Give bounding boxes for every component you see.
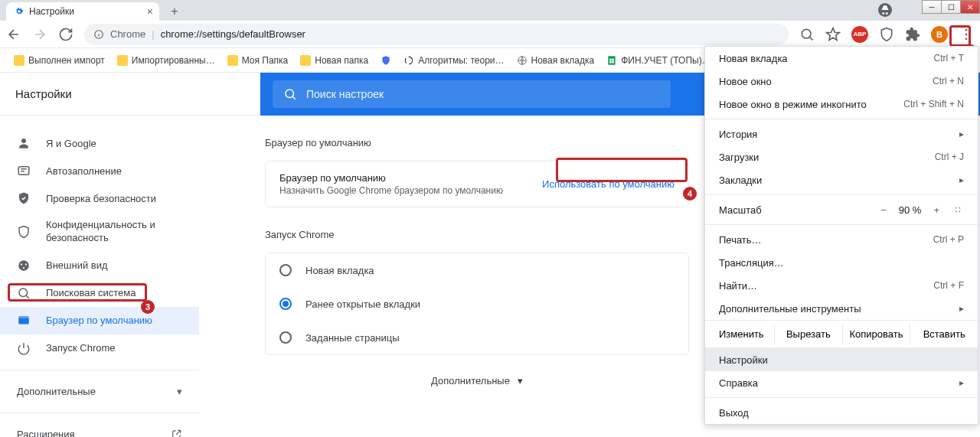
menu-bookmarks[interactable]: Закладки▸	[705, 168, 978, 191]
tab-close-icon[interactable]: ×	[147, 5, 153, 18]
zoom-out-button[interactable]: −	[877, 204, 890, 216]
new-tab-button[interactable]: +	[165, 2, 184, 21]
maximize-button[interactable]: ☐	[941, 0, 961, 14]
svg-rect-18	[18, 316, 29, 318]
spinner-icon	[403, 55, 414, 66]
more-settings-link[interactable]: Дополнительные▾	[265, 375, 689, 386]
menu-settings[interactable]: Настройки	[705, 348, 978, 371]
bookmark-item[interactable]: ФИН.УЧЕТ (ТОПы)…	[602, 52, 715, 69]
bookmark-item[interactable]: Новая папка	[296, 52, 373, 69]
sidebar-item-google[interactable]: Я и Google	[0, 129, 199, 157]
sidebar-item-autofill[interactable]: Автозаполнение	[0, 157, 199, 184]
address-url: chrome://settings/defaultBrowser	[161, 28, 305, 40]
info-icon	[93, 29, 104, 40]
sidebar-extensions[interactable]: Расширения	[0, 421, 199, 437]
card-subtitle: Назначить Google Chrome браузером по умо…	[279, 185, 503, 196]
sidebar-item-privacy[interactable]: Конфиденциальность и безопасность	[0, 212, 199, 252]
shield-extension-icon[interactable]	[879, 27, 894, 42]
card-title: Браузер по умолчанию	[279, 172, 503, 184]
chevron-right-icon: ▸	[959, 377, 964, 388]
menu-cut[interactable]: Вырезать	[774, 324, 842, 344]
tab-settings[interactable]: Настройки ×	[6, 2, 159, 21]
bookmark-star-icon[interactable]	[825, 27, 841, 42]
back-icon[interactable]	[6, 27, 21, 42]
sidebar: Я и Google Автозаполнение Проверка безоп…	[0, 116, 199, 437]
radio-continue[interactable]: Ранее открытые вкладки	[266, 287, 688, 321]
radio-specific-pages[interactable]: Заданные страницы	[266, 321, 688, 354]
menu-history[interactable]: История▸	[705, 122, 978, 145]
sidebar-item-startup[interactable]: Запуск Chrome	[0, 334, 199, 362]
menu-new-incognito[interactable]: Новое окно в режиме инкогнитоCtrl + Shif…	[705, 93, 978, 116]
svg-point-13	[21, 263, 22, 265]
menu-exit[interactable]: Выход	[705, 401, 978, 424]
menu-new-window[interactable]: Новое окноCtrl + N	[705, 70, 978, 93]
folder-icon	[300, 55, 311, 66]
security-check-icon	[17, 191, 31, 205]
bookmark-item[interactable]: Моя Папка	[223, 52, 293, 69]
menu-new-tab[interactable]: Новая вкладкаCtrl + T	[705, 47, 978, 70]
tab-title: Настройки	[29, 6, 74, 17]
extensions-puzzle-icon[interactable]	[905, 27, 920, 42]
radio-new-tab[interactable]: Новая вкладка	[266, 253, 688, 287]
bookmark-item[interactable]: Алгоритмы: теори…	[399, 52, 508, 69]
svg-point-15	[23, 267, 24, 269]
privacy-shield-icon	[17, 225, 31, 239]
external-link-icon	[172, 429, 182, 437]
toolbar-search-icon[interactable]	[799, 27, 815, 42]
annotation-3-box	[8, 283, 147, 302]
menu-cast[interactable]: Трансляция…	[705, 251, 978, 274]
radio-icon	[279, 331, 292, 344]
sidebar-item-default-browser[interactable]: Браузер по умолчанию	[0, 307, 199, 334]
menu-downloads[interactable]: ЗагрузкиCtrl + J	[705, 145, 978, 168]
menu-find[interactable]: Найти…Ctrl + F	[705, 274, 978, 297]
forward-icon[interactable]	[32, 27, 47, 42]
chevron-right-icon: ▸	[959, 303, 964, 314]
minimize-button[interactable]: ─	[922, 0, 942, 14]
svg-point-12	[18, 260, 29, 271]
sidebar-more[interactable]: Дополнительные▾	[0, 378, 199, 405]
svg-point-5	[406, 57, 413, 64]
sidebar-item-security[interactable]: Проверка безопасности	[0, 184, 199, 212]
fullscreen-icon[interactable]	[952, 204, 964, 216]
menu-print[interactable]: Печать…Ctrl + P	[705, 228, 978, 251]
address-separator: |	[152, 28, 154, 40]
power-icon	[17, 341, 31, 355]
bookmark-item[interactable]: Импортированны…	[113, 52, 220, 69]
search-icon	[283, 87, 297, 101]
reload-icon[interactable]	[58, 27, 74, 42]
svg-point-9	[286, 90, 294, 98]
person-icon	[17, 136, 31, 150]
folder-icon	[14, 55, 24, 66]
profile-avatar[interactable]: В	[931, 26, 948, 43]
bookmark-item[interactable]: Выполнен импорт	[9, 52, 109, 69]
abp-extension-icon[interactable]: ABP	[851, 26, 868, 43]
radio-icon	[279, 298, 292, 310]
menu-paste[interactable]: Вставить	[910, 324, 978, 344]
close-window-button[interactable]: ✕	[960, 0, 980, 14]
gear-icon	[14, 6, 24, 17]
bookmark-item[interactable]	[376, 52, 396, 69]
svg-point-1	[802, 29, 811, 38]
menu-more-tools[interactable]: Дополнительные инструменты▸	[705, 297, 978, 320]
address-bar[interactable]: Chrome | chrome://settings/defaultBrowse…	[84, 24, 789, 45]
chrome-menu: Новая вкладкаCtrl + T Новое окноCtrl + N…	[704, 46, 978, 425]
shield-icon	[381, 55, 391, 66]
folder-icon	[227, 55, 238, 66]
zoom-in-button[interactable]: +	[930, 204, 942, 216]
address-prefix: Chrome	[110, 28, 145, 40]
globe-icon	[517, 55, 528, 66]
menu-copy[interactable]: Копировать	[842, 324, 910, 344]
titlebar: Настройки × + ─ ☐ ✕	[0, 0, 980, 21]
menu-help[interactable]: Справка▸	[705, 371, 978, 394]
menu-zoom: Масштаб − 90 % +	[705, 198, 978, 221]
default-browser-icon	[17, 314, 31, 328]
svg-point-10	[21, 139, 26, 143]
chevron-down-icon: ▾	[518, 375, 523, 386]
settings-search-input[interactable]: Поиск настроек	[273, 80, 671, 108]
autofill-icon	[17, 164, 31, 178]
appearance-icon	[17, 259, 31, 272]
annotation-1-box	[949, 25, 971, 47]
sidebar-item-appearance[interactable]: Внешний вид	[0, 252, 199, 279]
zoom-value: 90 %	[899, 204, 922, 216]
bookmark-item[interactable]: Новая вкладка	[512, 52, 599, 69]
